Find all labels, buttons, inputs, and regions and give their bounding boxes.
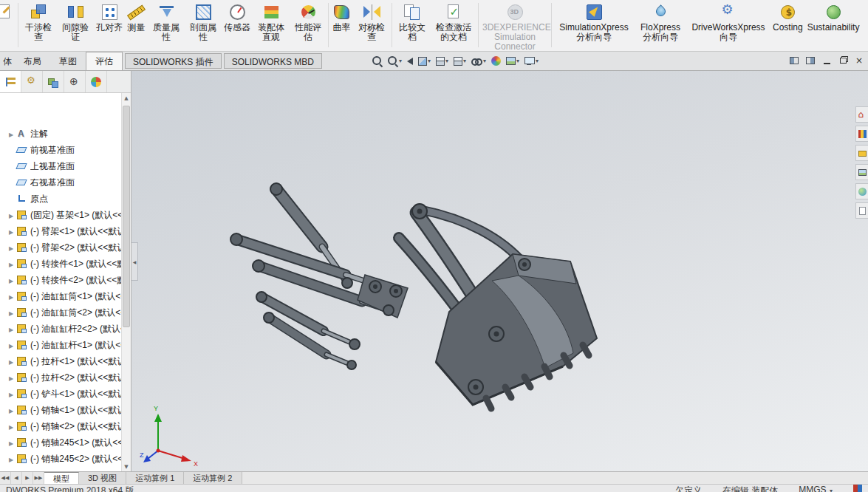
tree-item-component[interactable]: (-) 销轴<1> (默认<<默认< — [0, 402, 131, 418]
ribbon-item-symmetry-check[interactable]: 对称检查 — [353, 0, 390, 51]
tree-item-component[interactable]: (-) 臂架<1> (默认<<默认< — [0, 223, 131, 239]
view-settings-button[interactable]: ▾ — [523, 52, 540, 69]
panel-collapse-handle[interactable] — [131, 242, 138, 281]
design-library-tab[interactable] — [855, 126, 868, 142]
assembly-model[interactable] — [131, 71, 868, 471]
first-tab-icon[interactable] — [0, 472, 11, 484]
ribbon-item-section-properties[interactable]: 剖面属性 — [185, 0, 222, 51]
tab-assembly[interactable]: 体 — [0, 52, 15, 70]
tree-item-component[interactable]: (-) 油缸缸筒<2> (默认<<默 — [0, 304, 131, 321]
view-palette-tab[interactable] — [855, 164, 868, 180]
tree-item-component[interactable]: (-) 臂架<2> (默认<<默认< — [0, 239, 131, 256]
scrollbar-thumb[interactable] — [123, 106, 130, 327]
expand-arrow-icon[interactable] — [9, 356, 16, 366]
custom-tab-icon[interactable] — [853, 485, 862, 492]
tree-item-component[interactable]: (-) 油缸缸杆<1> (默认<<默 — [0, 337, 131, 353]
tab-solidworks-addins[interactable]: SOLIDWORKS 插件 — [125, 53, 222, 69]
tab-evaluate[interactable]: 评估 — [86, 52, 123, 70]
tree-item-component[interactable]: (-) 拉杆<1> (默认<<默认< — [0, 353, 131, 369]
view-orientation-button[interactable]: ▾ — [434, 52, 450, 69]
scrollbar-track[interactable] — [122, 103, 131, 462]
apply-scene-button[interactable]: ▾ — [505, 52, 521, 69]
expand-arrow-icon[interactable] — [9, 372, 16, 383]
expand-arrow-icon[interactable] — [9, 454, 16, 464]
restore-button[interactable] — [835, 53, 850, 68]
ribbon-item-floxpress[interactable]: FloXpress 分析向导 — [635, 0, 686, 51]
ribbon-item-driveworksxpress[interactable]: DriveWorksXpress 向导 — [686, 0, 770, 51]
tab-motion-study-1[interactable]: 运动算例 1 — [126, 472, 184, 484]
displaymanager-tab[interactable] — [86, 71, 107, 92]
ribbon-item-clearance-verification[interactable]: 间隙验证 — [57, 0, 94, 51]
ribbon-item-sensor[interactable]: 传感器 — [222, 0, 253, 51]
last-tab-icon[interactable] — [33, 472, 44, 484]
tab-model[interactable]: 模型 — [44, 472, 79, 484]
ribbon-item-assembly-visualization[interactable]: 装配体直观 — [253, 0, 290, 51]
ribbon-item-measure[interactable]: 测量 — [125, 0, 148, 51]
tree-item-origin[interactable]: 原点 — [0, 191, 131, 207]
ribbon-item-mass-properties[interactable]: 质量属性 — [148, 0, 185, 51]
tree-item-top-plane[interactable]: 上视基准面 — [0, 158, 131, 174]
tree-item-component[interactable]: (-) 销轴<2> (默认<<默认< — [0, 418, 131, 434]
expand-arrow-icon[interactable] — [9, 437, 16, 448]
section-view-button[interactable]: ▾ — [417, 52, 432, 69]
solidworks-resources-tab[interactable] — [855, 106, 868, 123]
zoom-area-button[interactable]: ▾ — [386, 52, 403, 69]
expand-arrow-icon[interactable] — [9, 226, 16, 236]
ribbon-item-performance-evaluation[interactable]: 性能评估 — [290, 0, 327, 51]
expand-arrow-icon[interactable] — [9, 307, 16, 318]
expand-arrow-icon[interactable] — [9, 421, 16, 431]
expand-arrow-icon[interactable] — [9, 242, 16, 253]
tree-scrollbar[interactable] — [121, 93, 131, 471]
file-explorer-tab[interactable] — [855, 145, 868, 161]
graphics-viewport[interactable]: Y X Z — [131, 71, 868, 471]
previous-tab-icon[interactable] — [11, 472, 22, 484]
tree-item-component[interactable]: (-) 铲斗<1> (默认<<默认< — [0, 386, 131, 402]
expand-arrow-icon[interactable] — [9, 389, 16, 399]
dimxpertmanager-tab[interactable] — [64, 71, 86, 92]
propertymanager-tab[interactable] — [21, 71, 43, 92]
expand-arrow-icon[interactable] — [9, 405, 16, 415]
tree-item-annotations[interactable]: 注解 — [0, 126, 131, 142]
tab-sketch[interactable]: 草图 — [50, 52, 86, 70]
tab-layout[interactable]: 布局 — [15, 52, 50, 70]
ribbon-item-interference-check[interactable]: 干涉检查 — [20, 0, 57, 51]
expand-arrow-icon[interactable] — [9, 340, 16, 350]
tree-item-component[interactable]: (-) 转接件<1> (默认<<默认 — [0, 256, 131, 272]
expand-arrow-icon[interactable] — [9, 129, 16, 139]
tree-item-component[interactable]: (-) 销轴245<2> (默认<<默 — [0, 451, 131, 467]
tree-item-front-plane[interactable]: 前视基准面 — [0, 142, 131, 158]
ribbon-item-sustainability[interactable]: Sustainability — [805, 0, 862, 51]
configurationmanager-tab[interactable] — [43, 71, 64, 92]
ribbon-item-hole-alignment[interactable]: 孔对齐 — [94, 0, 125, 51]
ribbon-item-simulationxpress[interactable]: SimulationXpress 分析向导 — [553, 0, 635, 51]
tree-item-component[interactable]: (-) 油缸缸杆2<2> (默认<< — [0, 321, 131, 337]
tree-item-right-plane[interactable]: 右视基准面 — [0, 174, 131, 191]
edit-appearance-button[interactable] — [490, 52, 502, 69]
scroll-up-icon[interactable] — [122, 93, 131, 103]
appearances-scenes-tab[interactable] — [855, 183, 868, 199]
units-selector[interactable]: MMGS ▾ — [799, 485, 833, 492]
ribbon-item-partial[interactable] — [0, 0, 16, 51]
pane-left-button[interactable] — [787, 53, 802, 68]
ribbon-item-check-active-document[interactable]: 检查激活的文档 — [431, 0, 476, 51]
expand-arrow-icon[interactable] — [9, 275, 16, 285]
display-style-button[interactable]: ▾ — [452, 52, 468, 69]
expand-arrow-icon[interactable] — [9, 324, 16, 334]
tab-3d-views[interactable]: 3D 视图 — [79, 472, 126, 484]
scroll-down-icon[interactable] — [122, 462, 131, 471]
tab-motion-study-2[interactable]: 运动算例 2 — [184, 472, 242, 484]
ribbon-item-curvature[interactable]: 曲率 — [330, 0, 353, 51]
tree-item-component[interactable]: (-) 销轴245<1> (默认<<默 — [0, 434, 131, 451]
tree-item-component[interactable]: (-) 拉杆<2> (默认<<默认< — [0, 369, 131, 386]
hide-show-items-button[interactable]: ▾ — [470, 52, 488, 69]
previous-view-button[interactable] — [406, 52, 414, 69]
expand-arrow-icon[interactable] — [9, 259, 16, 269]
tree-item-component[interactable]: (-) 转接件<2> (默认<<默认 — [0, 272, 131, 288]
tree-item-component[interactable]: (-) 油缸缸筒<1> (默认<<默 — [0, 288, 131, 304]
zoom-fit-button[interactable] — [371, 52, 384, 69]
featuremanager-tree-tab[interactable] — [0, 71, 21, 92]
next-tab-icon[interactable] — [22, 472, 33, 484]
tab-solidworks-mbd[interactable]: SOLIDWORKS MBD — [224, 53, 322, 69]
expand-arrow-icon[interactable] — [9, 291, 16, 301]
minimize-button[interactable] — [819, 53, 834, 68]
